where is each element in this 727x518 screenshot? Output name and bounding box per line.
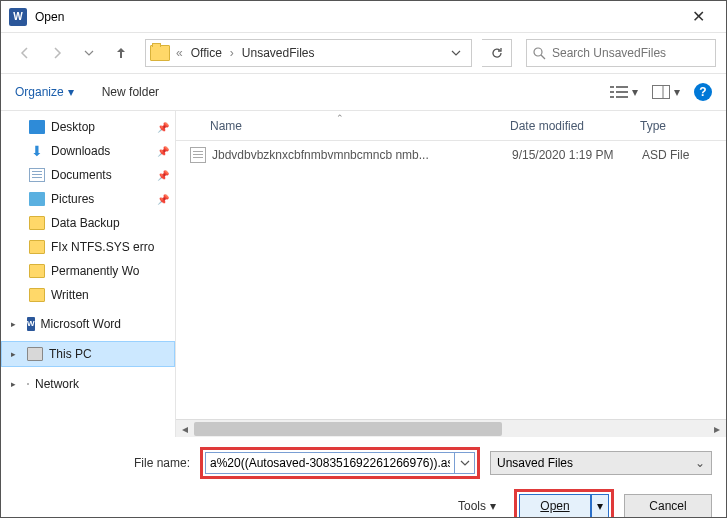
svg-rect-2 — [610, 86, 614, 88]
word-icon: W — [27, 317, 35, 331]
file-date: 9/15/2020 1:19 PM — [512, 148, 642, 162]
folder-icon — [29, 240, 45, 254]
svg-line-1 — [541, 55, 545, 59]
sidebar-item-label: Desktop — [51, 120, 95, 134]
chevron-down-icon: ▾ — [674, 85, 680, 99]
filter-label: Unsaved Files — [497, 456, 573, 470]
sidebar-item-label: Written — [51, 288, 89, 302]
file-name: Jbdvdbvbzknxcbfnmbvmnbcmncb nmb... — [212, 148, 512, 162]
breadcrumb-item[interactable]: UnsavedFiles — [240, 46, 317, 60]
documents-icon — [29, 168, 45, 182]
svg-point-0 — [534, 48, 542, 56]
column-headers: ⌃ Name Date modified Type — [176, 111, 726, 141]
breadcrumb-item[interactable]: Office — [189, 46, 224, 60]
filename-label: File name: — [15, 456, 190, 470]
filename-history-dropdown[interactable] — [455, 452, 475, 474]
open-dropdown-button[interactable]: ▾ — [591, 494, 609, 518]
tools-button[interactable]: Tools ▾ — [458, 499, 496, 513]
sidebar-item-documents[interactable]: Documents📌 — [1, 163, 175, 187]
preview-pane-button[interactable]: ▾ — [652, 85, 680, 99]
sidebar-item-label: Documents — [51, 168, 112, 182]
desktop-icon — [29, 120, 45, 134]
sidebar-item-downloads[interactable]: ⬇Downloads📌 — [1, 139, 175, 163]
sidebar-item-label: Data Backup — [51, 216, 120, 230]
network-icon — [27, 383, 29, 385]
svg-rect-3 — [616, 86, 628, 88]
chevron-down-icon: ▾ — [68, 85, 74, 99]
svg-rect-7 — [616, 96, 628, 98]
folder-icon — [29, 264, 45, 278]
sidebar-item-pictures[interactable]: Pictures📌 — [1, 187, 175, 211]
up-button[interactable] — [107, 39, 135, 67]
refresh-button[interactable] — [482, 39, 512, 67]
sidebar-item-folder[interactable]: Data Backup — [1, 211, 175, 235]
sidebar-group-label: This PC — [49, 347, 92, 361]
scroll-thumb[interactable] — [194, 422, 502, 436]
scroll-left-button[interactable]: ◂ — [176, 421, 194, 437]
pin-icon: 📌 — [157, 146, 169, 157]
sidebar-item-label: Pictures — [51, 192, 94, 206]
svg-rect-8 — [653, 86, 670, 99]
search-icon — [533, 47, 546, 60]
svg-rect-4 — [610, 91, 614, 93]
chevron-down-icon: ▾ — [490, 499, 496, 513]
breadcrumb-prefix: « — [174, 46, 185, 60]
svg-rect-5 — [616, 91, 628, 93]
column-header-type[interactable]: Type — [640, 119, 726, 133]
window-title: Open — [35, 10, 678, 24]
sidebar-item-desktop[interactable]: Desktop📌 — [1, 115, 175, 139]
organize-label: Organize — [15, 85, 64, 99]
folder-icon — [29, 288, 45, 302]
organize-button[interactable]: Organize ▾ — [15, 85, 74, 99]
svg-rect-6 — [610, 96, 614, 98]
address-dropdown[interactable] — [445, 48, 467, 58]
word-app-icon: W — [9, 8, 27, 26]
sidebar-item-label: FIx NTFS.SYS erro — [51, 240, 154, 254]
sidebar-group-label: Microsoft Word — [41, 317, 121, 331]
tools-label: Tools — [458, 499, 486, 513]
close-button[interactable]: ✕ — [678, 7, 718, 26]
chevron-down-icon: ⌄ — [695, 456, 705, 470]
column-header-name[interactable]: Name — [210, 119, 510, 133]
forward-button[interactable] — [43, 39, 71, 67]
sidebar-item-label: Downloads — [51, 144, 110, 158]
new-folder-button[interactable]: New folder — [102, 85, 159, 99]
cancel-button[interactable]: Cancel — [624, 494, 712, 518]
recent-locations-button[interactable] — [75, 39, 103, 67]
navigation-tree: Desktop📌 ⬇Downloads📌 Documents📌 Pictures… — [1, 111, 176, 437]
sidebar-item-folder[interactable]: FIx NTFS.SYS erro — [1, 235, 175, 259]
chevron-right-icon: › — [228, 46, 236, 60]
column-header-date[interactable]: Date modified — [510, 119, 640, 133]
search-box[interactable] — [526, 39, 716, 67]
folder-icon — [29, 216, 45, 230]
file-icon — [190, 147, 206, 163]
view-options-button[interactable]: ▾ — [610, 85, 638, 99]
sidebar-item-folder[interactable]: Written — [1, 283, 175, 307]
back-button[interactable] — [11, 39, 39, 67]
file-type: ASD File — [642, 148, 726, 162]
help-button[interactable]: ? — [694, 83, 712, 101]
downloads-icon: ⬇ — [29, 144, 45, 158]
filename-highlight — [200, 447, 480, 479]
sidebar-group-network[interactable]: ▸Network — [1, 371, 175, 397]
horizontal-scrollbar[interactable]: ◂ ▸ — [176, 419, 726, 437]
open-button[interactable]: Open — [519, 494, 591, 518]
address-bar[interactable]: « Office › UnsavedFiles — [145, 39, 472, 67]
folder-icon — [150, 45, 170, 61]
chevron-right-icon: ▸ — [11, 349, 21, 359]
sidebar-item-label: Permanently Wo — [51, 264, 139, 278]
sidebar-group-label: Network — [35, 377, 79, 391]
scroll-track[interactable] — [194, 421, 708, 437]
file-row[interactable]: Jbdvdbvbzknxcbfnmbvmnbcmncb nmb... 9/15/… — [176, 141, 726, 169]
sidebar-group-word[interactable]: ▸WMicrosoft Word — [1, 311, 175, 337]
search-input[interactable] — [552, 46, 709, 60]
sidebar-item-folder[interactable]: Permanently Wo — [1, 259, 175, 283]
chevron-right-icon: ▸ — [11, 379, 21, 389]
sidebar-group-thispc[interactable]: ▸This PC — [1, 341, 175, 367]
filename-input[interactable] — [205, 452, 455, 474]
file-type-filter[interactable]: Unsaved Files ⌄ — [490, 451, 712, 475]
chevron-right-icon: ▸ — [11, 319, 21, 329]
open-highlight: Open ▾ — [514, 489, 614, 518]
pin-icon: 📌 — [157, 170, 169, 181]
scroll-right-button[interactable]: ▸ — [708, 421, 726, 437]
